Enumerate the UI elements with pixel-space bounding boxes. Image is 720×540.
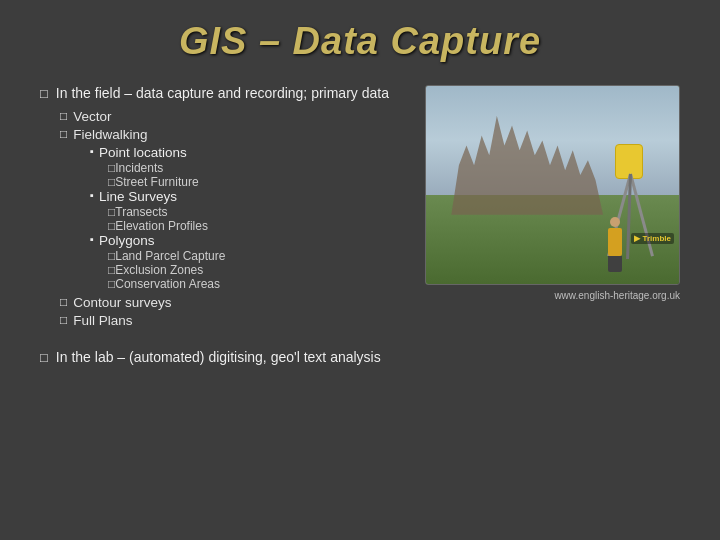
line-details: □Transects □Elevation Profiles <box>108 205 400 233</box>
line-sym: ▪ <box>90 189 94 201</box>
contour-sym: □ <box>60 295 67 309</box>
polygons-details: □Land Parcel Capture □Exclusion Zones □C… <box>108 249 400 291</box>
line-detail-2: □Elevation Profiles <box>108 219 400 233</box>
person-head <box>610 217 620 227</box>
vector-bullet: □ Vector <box>60 109 400 124</box>
vector-label: Vector <box>73 109 111 124</box>
photo: ▶ Trimble <box>425 85 680 285</box>
line-surveys-bullet: ▪ Line Surveys <box>90 189 400 204</box>
bottom-section: □ In the lab – (automated) digitising, g… <box>40 349 400 365</box>
main-bullet-1: □ In the field – data capture and record… <box>40 85 400 101</box>
sub-bullets: □ Vector □ Fieldwalking ▪ Point location… <box>60 109 400 331</box>
fieldwalking-label: Fieldwalking <box>73 127 147 142</box>
fieldwalking-sym: □ <box>60 127 67 141</box>
main-bullet-2-text: In the lab – (automated) digitising, geo… <box>56 349 381 365</box>
line-surveys-label: Line Surveys <box>99 189 177 204</box>
point-details: □Incidents □Street Furniture <box>108 161 400 189</box>
person-body <box>608 228 622 256</box>
person-legs <box>608 256 622 272</box>
point-locations-bullet: ▪ Point locations <box>90 145 400 160</box>
line-detail-1: □Transects <box>108 205 400 219</box>
image-section: ▶ Trimble www.english-heritage.org.uk <box>420 85 680 520</box>
bullet-symbol-1: □ <box>40 86 48 101</box>
polygons-label: Polygons <box>99 233 155 248</box>
polygons-detail-1: □Land Parcel Capture <box>108 249 400 263</box>
contour-label: Contour surveys <box>73 295 171 310</box>
text-section: □ In the field – data capture and record… <box>40 85 400 520</box>
point-locations-group: ▪ Point locations □Incidents □Street Fur… <box>90 145 400 291</box>
contour-bullet: □ Contour surveys <box>60 295 400 310</box>
full-plans-label: Full Plans <box>73 313 132 328</box>
trimble-logo: ▶ Trimble <box>631 233 674 244</box>
main-bullet-2: □ In the lab – (automated) digitising, g… <box>40 349 381 365</box>
tripod-leg-1 <box>629 174 654 257</box>
point-detail-1: □Incidents <box>108 161 400 175</box>
point-sym: ▪ <box>90 145 94 157</box>
bullet-symbol-2: □ <box>40 350 48 365</box>
polygons-detail-3: □Conservation Areas <box>108 277 400 291</box>
point-locations-label: Point locations <box>99 145 187 160</box>
full-plans-sym: □ <box>60 313 67 327</box>
fieldwalking-bullet: □ Fieldwalking <box>60 127 400 142</box>
slide-title: GIS – Data Capture <box>40 20 680 63</box>
polygons-sym: ▪ <box>90 233 94 245</box>
main-bullet-1-text: In the field – data capture and recordin… <box>56 85 389 101</box>
polygons-detail-2: □Exclusion Zones <box>108 263 400 277</box>
full-plans-bullet: □ Full Plans <box>60 313 400 328</box>
slide: GIS – Data Capture □ In the field – data… <box>0 0 720 540</box>
polygons-bullet: ▪ Polygons <box>90 233 400 248</box>
image-credit: www.english-heritage.org.uk <box>554 290 680 301</box>
point-detail-2: □Street Furniture <box>108 175 400 189</box>
content-area: □ In the field – data capture and record… <box>40 85 680 520</box>
person <box>606 217 624 272</box>
vector-sym: □ <box>60 109 67 123</box>
